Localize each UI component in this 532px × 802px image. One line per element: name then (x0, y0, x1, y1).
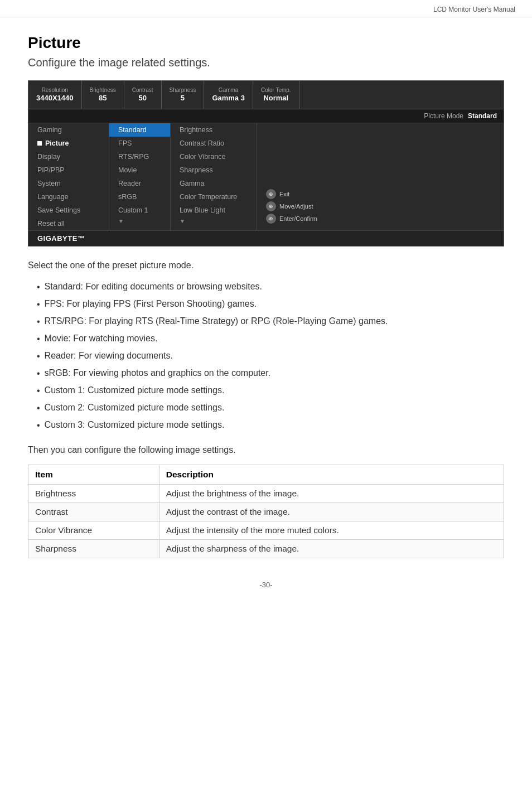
page-number: -30- (28, 581, 504, 589)
content-area: Picture Configure the image related sett… (0, 17, 532, 611)
osd-move-icon-item: ⊕ Move/Adjust (266, 201, 495, 211)
contrast-ratio-label: Contrast Ratio (180, 139, 224, 147)
gamma-setting-label: Gamma (180, 180, 204, 187)
setting-dropdown-arrow: ▼ (171, 217, 257, 225)
osd-color-temp: Color Temp. Normal (253, 81, 299, 109)
osd-body: Gaming Picture Display PIP/PBP System La… (28, 123, 504, 230)
move-adjust-label: Move/Adjust (279, 203, 313, 210)
fps-label: FPS (118, 139, 132, 147)
osd-nav-language[interactable]: Language (28, 190, 109, 204)
table-cell-item: Color Vibrance (28, 521, 159, 539)
language-label: Language (37, 193, 69, 201)
page-subtitle: Configure the image related settings. (28, 56, 504, 69)
color-vibrance-label: Color Vibrance (180, 153, 225, 161)
osd-nav-system[interactable]: System (28, 177, 109, 190)
table-cell-item: Brightness (28, 484, 159, 503)
osd-sharpness: Sharpness 5 (162, 81, 205, 109)
table-cell-desc: Adjust the intensity of the more muted c… (159, 521, 504, 539)
reader-label: Reader (118, 180, 141, 187)
color-temp-label: Color Temp. (261, 86, 291, 94)
sharpness-value: 5 (170, 94, 196, 103)
osd-nav-pip-pbp[interactable]: PIP/PBP (28, 163, 109, 177)
gamma-value: Gamma 3 (212, 94, 245, 103)
osd-nav-gaming[interactable]: Gaming (28, 123, 109, 137)
save-settings-label: Save Settings (37, 206, 80, 214)
display-label: Display (37, 153, 60, 161)
table-row: Sharpness Adjust the sharpness of the im… (28, 539, 504, 558)
osd-top-bar: Resolution 3440X1440 Brightness 85 Contr… (28, 81, 504, 109)
top-bar: LCD Monitor User's Manual (0, 0, 532, 17)
exit-icon: ⊕ (266, 189, 276, 199)
table-cell-item: Sharpness (28, 539, 159, 558)
list-item: sRGB: For viewing photos and graphics on… (37, 366, 504, 380)
osd-mode-custom1[interactable]: Custom 1 (109, 204, 170, 217)
table-header-item: Item (28, 465, 159, 484)
osd-mode-fps[interactable]: FPS (109, 137, 170, 150)
gaming-label: Gaming (37, 126, 62, 134)
movie-label: Movie (118, 166, 137, 174)
osd-setting-gamma[interactable]: Gamma (171, 177, 257, 190)
brightness-value: 85 (90, 94, 116, 103)
table-row: Contrast Adjust the contrast of the imag… (28, 503, 504, 521)
system-label: System (37, 180, 61, 187)
table-cell-desc: Adjust the brightness of the image. (159, 484, 504, 503)
list-item: Reader: For viewing documents. (37, 349, 504, 363)
osd-right-column: ⊕ Exit ⊕ Move/Adjust ⊕ Enter/Confirm (257, 123, 504, 230)
srgb-label: sRGB (118, 193, 137, 201)
table-row: Color Vibrance Adjust the intensity of t… (28, 521, 504, 539)
move-adjust-icon: ⊕ (266, 201, 276, 211)
osd-setting-sharpness[interactable]: Sharpness (171, 163, 257, 177)
osd-setting-color-temperature[interactable]: Color Temperature (171, 190, 257, 204)
osd-setting-low-blue-light[interactable]: Low Blue Light (171, 204, 257, 217)
custom1-label: Custom 1 (118, 206, 148, 214)
mode-dropdown-arrow: ▼ (109, 217, 170, 225)
brand-name: GIGABYTE™ (37, 234, 85, 243)
table-row: Brightness Adjust the brightness of the … (28, 484, 504, 503)
table-cell-desc: Adjust the contrast of the image. (159, 503, 504, 521)
page-title: Picture (28, 34, 504, 52)
osd-setting-contrast-ratio[interactable]: Contrast Ratio (171, 137, 257, 150)
picture-bullet (37, 141, 42, 146)
list-item: Custom 3: Customized picture mode settin… (37, 418, 504, 432)
osd-mode-standard[interactable]: Standard (109, 123, 170, 137)
rts-rpg-label: RTS/RPG (118, 153, 149, 161)
picture-mode-bar: Picture Mode Standard (28, 109, 504, 123)
list-item: RTS/RPG: For playing RTS (Real-Time Stra… (37, 315, 504, 328)
sharpness-setting-label: Sharpness (180, 166, 213, 174)
osd-nav-display[interactable]: Display (28, 150, 109, 163)
pip-pbp-label: PIP/PBP (37, 166, 65, 174)
osd-nav-reset-all[interactable]: Reset all (28, 217, 109, 230)
standard-label: Standard (118, 126, 147, 134)
osd-setting-color-vibrance[interactable]: Color Vibrance (171, 150, 257, 163)
list-item: Standard: For editing documents or brows… (37, 280, 504, 294)
osd-mode-reader[interactable]: Reader (109, 177, 170, 190)
osd-exit-icon-item: ⊕ Exit (266, 189, 495, 199)
gigabyte-brand-bar: GIGABYTE™ (28, 230, 504, 246)
osd-resolution: Resolution 3440X1440 (28, 81, 82, 109)
resolution-label: Resolution (36, 86, 74, 94)
low-blue-light-label: Low Blue Light (180, 206, 225, 214)
osd-icons: ⊕ Exit ⊕ Move/Adjust ⊕ Enter/Confirm (257, 186, 504, 227)
bullet-list: Standard: For editing documents or brows… (37, 280, 504, 432)
osd-nav-column: Gaming Picture Display PIP/PBP System La… (28, 123, 109, 230)
picture-label: Picture (45, 139, 69, 147)
resolution-value: 3440X1440 (36, 94, 74, 103)
list-item: FPS: For playing FPS (First Person Shoot… (37, 297, 504, 311)
picture-mode-value: Standard (468, 112, 497, 120)
gamma-label: Gamma (212, 86, 245, 94)
table-cell-desc: Adjust the sharpness of the image. (159, 539, 504, 558)
select-description: Select the one of the preset picture mod… (28, 259, 504, 272)
exit-label: Exit (279, 191, 289, 197)
osd-mode-srgb[interactable]: sRGB (109, 190, 170, 204)
osd-nav-picture[interactable]: Picture (28, 137, 109, 150)
osd-mode-movie[interactable]: Movie (109, 163, 170, 177)
osd-mode-column: Standard FPS RTS/RPG Movie Reader sRGB (109, 123, 171, 230)
osd-mode-rts-rpg[interactable]: RTS/RPG (109, 150, 170, 163)
brightness-setting-label: Brightness (180, 126, 212, 134)
osd-nav-save-settings[interactable]: Save Settings (28, 204, 109, 217)
osd-menu: Resolution 3440X1440 Brightness 85 Contr… (28, 80, 504, 247)
table-cell-item: Contrast (28, 503, 159, 521)
osd-setting-brightness[interactable]: Brightness (171, 123, 257, 137)
picture-mode-label: Picture Mode (424, 112, 463, 120)
color-temp-value: Normal (261, 94, 291, 103)
